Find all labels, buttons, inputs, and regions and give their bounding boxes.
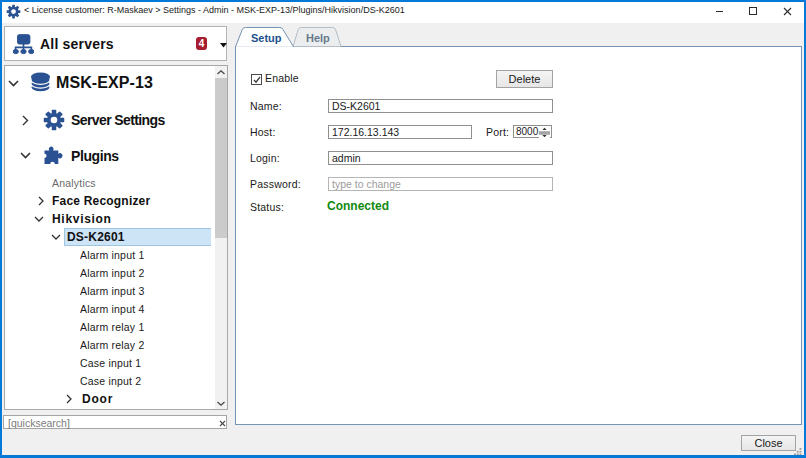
svg-text:Help: Help: [306, 32, 330, 44]
svg-text:Setup: Setup: [251, 32, 282, 44]
